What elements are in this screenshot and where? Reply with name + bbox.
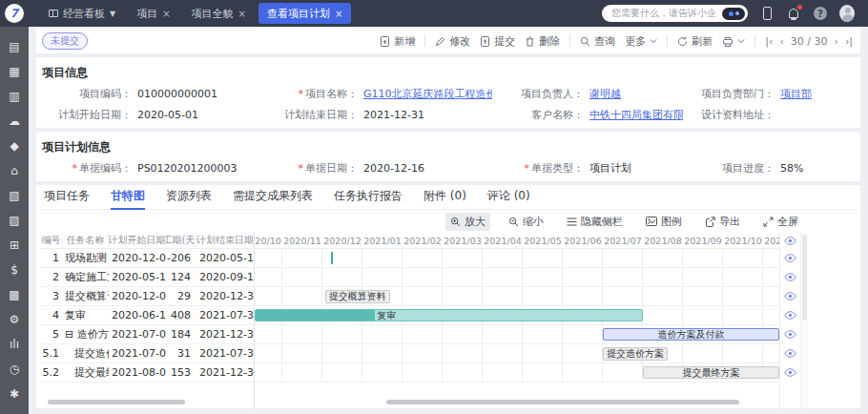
timeline-row[interactable]: 造价方案及付款 bbox=[255, 325, 779, 344]
legend-button[interactable]: 图例 bbox=[641, 213, 687, 231]
task-bar[interactable]: 复审 bbox=[255, 309, 643, 321]
table-row[interactable]: 5.2提交最终方案2021-08-011532021-12-31 bbox=[40, 363, 254, 383]
tab-甘特图[interactable]: 甘特图 bbox=[111, 185, 145, 210]
edit-button[interactable]: 修改 bbox=[435, 34, 470, 49]
task-name: ⊟ 造价方案及付款 bbox=[63, 327, 109, 342]
row-view-button[interactable] bbox=[780, 249, 800, 268]
row-view-button[interactable] bbox=[780, 268, 800, 287]
tab-资源列表[interactable]: 资源列表 bbox=[166, 185, 212, 210]
timeline-row[interactable] bbox=[255, 268, 779, 287]
col-header-4[interactable]: 计划结束日期 bbox=[196, 233, 254, 248]
close-icon[interactable]: × bbox=[238, 9, 246, 19]
new-button[interactable]: 新增 bbox=[380, 34, 415, 49]
project-label: 项目编码： bbox=[40, 87, 132, 101]
tab-任务执行报告[interactable]: 任务执行报告 bbox=[334, 185, 403, 210]
top-tab-dashboard[interactable]: 经营看板▼ bbox=[40, 3, 124, 24]
zoom-in-button[interactable]: 放大 bbox=[445, 213, 490, 231]
task-bar[interactable]: 造价方案及付款 bbox=[603, 328, 779, 341]
task-bar-milestone[interactable] bbox=[331, 252, 333, 264]
sidebar-settings-icon[interactable]: ⚙ bbox=[0, 307, 29, 332]
timeline-row[interactable] bbox=[255, 249, 779, 268]
query-button[interactable]: 查询 bbox=[580, 34, 615, 49]
task-bar-label[interactable]: 提交概算资料 bbox=[325, 290, 390, 303]
sidebar-apps-icon[interactable]: ⊞ bbox=[0, 233, 29, 258]
project-value[interactable]: G110北京延庆路段工程造价项目 bbox=[363, 87, 492, 101]
sidebar-report-icon[interactable]: ▩ bbox=[0, 282, 29, 307]
timeline-row[interactable]: 提交造价方案 bbox=[255, 344, 779, 363]
fullscreen-button[interactable]: 全屏 bbox=[758, 213, 803, 231]
project-value: 2021-12-31 bbox=[363, 109, 424, 121]
mobile-button[interactable] bbox=[759, 6, 775, 21]
sidebar-team-icon[interactable]: ☁ bbox=[0, 109, 29, 134]
table-row[interactable]: 1现场勘测2020-12-08-2062020-05-16 bbox=[40, 249, 254, 268]
task-bar[interactable]: 提交最终方案 bbox=[643, 366, 779, 379]
sidebar-calendar-icon[interactable]: ▨ bbox=[0, 208, 29, 233]
sidebar-history-icon[interactable]: ◷ bbox=[0, 357, 29, 382]
submit-button[interactable]: 提交 bbox=[480, 34, 515, 49]
sidebar-ledger-icon[interactable]: ▥ bbox=[0, 84, 29, 109]
project-value[interactable]: 谢明越 bbox=[589, 87, 621, 101]
view-all-button[interactable] bbox=[780, 233, 800, 249]
assistant-search[interactable]: 您需要什么，请告诉小企 bbox=[602, 5, 748, 22]
first-page-button[interactable]: |‹ bbox=[765, 35, 773, 48]
sidebar-kanban-icon[interactable]: ▤ bbox=[0, 34, 29, 59]
prev-page-button[interactable]: ‹ bbox=[779, 35, 783, 48]
print-button[interactable] bbox=[722, 36, 745, 47]
table-row[interactable]: 5.1提交造价方案2021-07-01312021-07-31 bbox=[40, 344, 254, 363]
timeline-hscrollbar[interactable] bbox=[386, 400, 739, 404]
row-view-button[interactable] bbox=[780, 287, 800, 306]
project-field-4: 计划开始日期：2020-05-01 bbox=[40, 108, 266, 122]
notifications-button[interactable] bbox=[786, 6, 801, 21]
sidebar-misc-icon[interactable]: ✱ bbox=[0, 382, 29, 406]
tab-评论 (0)[interactable]: 评论 (0) bbox=[487, 185, 530, 210]
task-days: 31 bbox=[166, 347, 196, 360]
last-page-button[interactable]: ›| bbox=[845, 35, 853, 48]
col-header-1[interactable]: 任务名称 bbox=[63, 233, 109, 248]
close-icon[interactable]: × bbox=[162, 9, 170, 19]
user-menu[interactable] bbox=[839, 6, 855, 21]
table-row[interactable]: 4复审2020-06-194082021-07-31 bbox=[40, 306, 254, 325]
sidebar-card-icon[interactable]: ▧ bbox=[0, 183, 29, 208]
row-view-button[interactable] bbox=[780, 306, 800, 325]
table-row[interactable]: 3提交概算资料2020-12-03292020-12-31 bbox=[40, 287, 254, 306]
tab-需提交成果列表[interactable]: 需提交成果列表 bbox=[233, 185, 313, 210]
table-row[interactable]: 2确定施工方案2020-05-181242020-09-18 bbox=[40, 268, 254, 287]
next-page-button[interactable]: › bbox=[834, 35, 837, 48]
sidebar-shield-icon[interactable]: ◆ bbox=[0, 134, 29, 158]
timeline-row[interactable]: 提交概算资料 bbox=[255, 287, 779, 306]
timeline-row[interactable]: 复审 bbox=[255, 306, 779, 325]
row-view-button[interactable] bbox=[780, 363, 800, 383]
col-header-3[interactable]: 工期(天) bbox=[166, 233, 196, 248]
sidebar-finance-icon[interactable]: $ bbox=[0, 258, 29, 282]
top-tab-项目[interactable]: 项目× bbox=[128, 3, 178, 24]
timeline-row[interactable]: 提交最终方案 bbox=[255, 363, 779, 383]
task-bar-label[interactable]: 提交造价方案 bbox=[603, 347, 668, 361]
top-tab-项目全貌[interactable]: 项目全貌× bbox=[183, 3, 255, 24]
col-header-0[interactable]: 编号 bbox=[40, 233, 63, 248]
gantt-vscrollbar[interactable] bbox=[800, 233, 808, 408]
sidebar-document-icon[interactable]: ▦ bbox=[0, 59, 29, 84]
delete-button[interactable]: 删除 bbox=[525, 34, 560, 49]
app-logo[interactable]: 7 bbox=[0, 0, 29, 27]
zoom-out-button[interactable]: 缩小 bbox=[504, 213, 548, 231]
project-value[interactable]: 中铁十四局集团有限公司 bbox=[589, 108, 683, 122]
task-no: 4 bbox=[40, 309, 63, 321]
tab-项目任务[interactable]: 项目任务 bbox=[44, 185, 90, 210]
sidebar-chart-icon[interactable]: ılı bbox=[0, 332, 29, 357]
row-view-button[interactable] bbox=[780, 344, 800, 363]
help-button[interactable]: ? bbox=[813, 6, 828, 21]
col-header-2[interactable]: 计划开始日期 bbox=[109, 233, 166, 248]
tab-附件 (0)[interactable]: 附件 (0) bbox=[424, 185, 466, 210]
grid-hscrollbar[interactable] bbox=[48, 400, 185, 404]
row-view-button[interactable] bbox=[780, 325, 800, 344]
export-button[interactable]: 导出 bbox=[700, 213, 745, 231]
action-toolbar: 新增 修改 提交 删除 查询 更多 刷新 bbox=[380, 34, 853, 49]
project-value[interactable]: 项目部 bbox=[780, 87, 812, 101]
table-row[interactable]: 5⊟ 造价方案及付款2021-07-011842021-12-31 bbox=[40, 325, 254, 344]
sidebar-toolbox-icon[interactable]: ⌂ bbox=[0, 158, 29, 183]
refresh-button[interactable]: 刷新 bbox=[677, 34, 713, 49]
hide-sidebar-button[interactable]: 隐藏侧栏 bbox=[562, 213, 628, 231]
more-button[interactable]: 更多 bbox=[625, 34, 657, 49]
close-icon[interactable]: × bbox=[335, 9, 342, 19]
top-tab-查看项目计划[interactable]: 查看项目计划× bbox=[258, 3, 351, 24]
